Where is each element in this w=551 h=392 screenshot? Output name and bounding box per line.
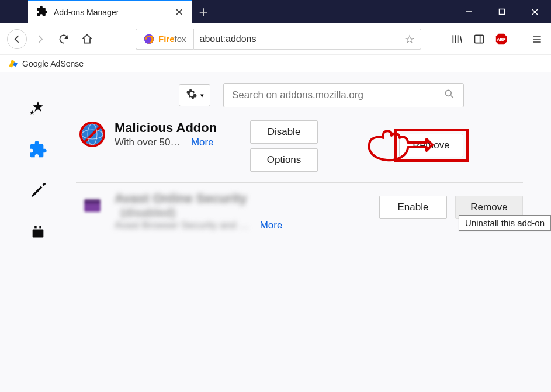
nav-toolbar: Firefox ☆ ABP (0, 23, 551, 55)
addon-row: Malicious Addon With over 50… More Disab… (76, 112, 523, 183)
svg-rect-20 (84, 199, 101, 204)
svg-text:ABP: ABP (497, 36, 506, 41)
addon-more-link[interactable]: More (191, 137, 214, 148)
maximize-button[interactable] (486, 0, 518, 23)
bookmark-adsense[interactable]: Google AdSense (8, 58, 84, 69)
titlebar: Add-ons Manager ✕ + (0, 0, 551, 23)
svg-line-13 (451, 96, 453, 98)
svg-rect-1 (500, 9, 505, 15)
home-button[interactable] (77, 29, 97, 49)
window-controls (453, 0, 551, 23)
addons-search-input[interactable] (232, 89, 443, 101)
addons-manager-content: ▾ Malicious Addon With over 50… More (0, 72, 551, 392)
gear-icon (186, 88, 197, 103)
toolbar-divider (519, 31, 519, 47)
identity-suffix: fox (175, 34, 186, 44)
firefox-icon (143, 33, 155, 45)
identity-box[interactable]: Firefox (136, 29, 193, 50)
category-themes[interactable] (27, 180, 48, 201)
tab-title: Add-ons Manager (54, 8, 119, 17)
reload-button[interactable] (54, 29, 74, 49)
addon-row: Avast Online Security (disabled) Avast B… (76, 183, 523, 242)
addons-search[interactable] (223, 83, 464, 107)
library-icon[interactable] (450, 32, 464, 46)
bookmarks-bar: Google AdSense (0, 55, 551, 72)
disable-button[interactable]: Disable (250, 120, 318, 144)
identity-prefix: Fire (158, 34, 175, 44)
remove-highlight-box: Remove (394, 129, 469, 162)
addon-name: Malicious Addon (115, 120, 237, 136)
sidebar-icon[interactable] (472, 32, 486, 46)
enable-button[interactable]: Enable (379, 196, 447, 219)
minimize-button[interactable] (453, 0, 486, 23)
svg-rect-9 (33, 230, 44, 238)
addon-name: Avast Online Security (115, 191, 247, 206)
close-tab-icon[interactable]: ✕ (172, 6, 186, 19)
svg-point-12 (445, 90, 451, 96)
chevron-down-icon: ▾ (200, 92, 204, 99)
url-input[interactable] (200, 34, 404, 44)
svg-rect-11 (39, 226, 41, 229)
browser-tab[interactable]: Add-ons Manager ✕ (28, 0, 192, 23)
puzzle-icon (36, 5, 48, 19)
close-window-button[interactable] (518, 0, 551, 23)
addon-description: Avast Browser Security and … (115, 220, 249, 231)
category-plugins[interactable] (27, 221, 48, 242)
tooltip: Uninstall this add-on (459, 215, 551, 231)
svg-rect-10 (34, 226, 37, 229)
adsense-icon (8, 58, 19, 69)
url-bar[interactable]: ☆ (193, 29, 421, 50)
category-extensions[interactable] (27, 139, 48, 160)
search-icon[interactable] (443, 88, 455, 102)
addon-icon (79, 122, 105, 147)
svg-rect-5 (475, 35, 484, 43)
new-tab-button[interactable]: + (192, 0, 215, 23)
tools-menu-button[interactable]: ▾ (179, 84, 210, 106)
bookmark-label: Google AdSense (22, 59, 84, 68)
category-recommendations[interactable] (27, 98, 48, 119)
addon-description: With over 50… (115, 137, 180, 148)
forward-button[interactable] (30, 29, 50, 49)
abp-icon[interactable]: ABP (494, 32, 508, 46)
addon-icon (79, 192, 105, 218)
addons-main: ▾ Malicious Addon With over 50… More (76, 72, 551, 392)
hamburger-menu-icon[interactable] (530, 32, 544, 46)
category-sidebar (0, 72, 76, 392)
options-button[interactable]: Options (250, 148, 318, 172)
disabled-tag: (disabled) (120, 206, 175, 219)
addon-more-link[interactable]: More (260, 220, 283, 231)
bookmark-star-icon[interactable]: ☆ (404, 32, 415, 46)
addon-list: Malicious Addon With over 50… More Disab… (76, 112, 523, 242)
back-button[interactable] (7, 29, 27, 49)
remove-button[interactable]: Remove (399, 134, 463, 157)
